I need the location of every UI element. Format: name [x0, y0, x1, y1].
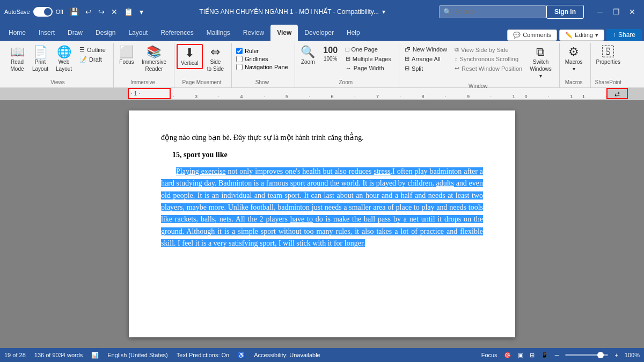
outline-icon: ☰	[79, 46, 85, 53]
autosave-toggle[interactable]	[33, 7, 53, 17]
tab-insert[interactable]: Insert	[32, 25, 61, 41]
navigation-pane-checkbox-label[interactable]: Navigation Pane	[234, 63, 290, 71]
zoom-small-col: □ One Page ⊞ Multiple Pages ↔ Page Width	[342, 44, 394, 72]
side-to-side-icon: ⇔	[210, 46, 220, 58]
zoom-button[interactable]: 🔍 Zoom	[297, 44, 319, 67]
split-button[interactable]: ⊟ Split	[401, 64, 450, 73]
immersive-reader-button[interactable]: 📚 Immersive Reader	[138, 44, 170, 74]
tab-references[interactable]: References	[154, 25, 200, 41]
outline-button[interactable]: ☰ Outline	[76, 45, 109, 54]
zoom-plus-button[interactable]: +	[614, 352, 618, 358]
zoom-percent: 100%	[625, 352, 640, 358]
dropdown-arrow-icon[interactable]: ▾	[382, 8, 385, 16]
reset-window-position-button[interactable]: ↩ Reset Window Position	[451, 64, 525, 73]
zoom-thumb[interactable]	[597, 352, 604, 358]
document-area[interactable]: động nào cùng bạn bè. Đây thực sự là một…	[0, 100, 644, 348]
tab-review[interactable]: Review	[237, 25, 270, 41]
track-changes-icon: 📊	[91, 352, 99, 359]
web-layout-icon: 🌐	[57, 46, 71, 58]
macros-icon: ⚙	[568, 46, 579, 58]
side-to-side-button[interactable]: ⇔ Side to Side	[204, 44, 227, 74]
immersive-group: ⬜ Focus 📚 Immersive Reader Immersive	[114, 43, 174, 87]
tab-draw[interactable]: Draw	[61, 25, 89, 41]
ribbon-tabs: Home Insert Draw Design Layout Reference…	[0, 24, 644, 41]
share-button[interactable]: ↑ Share	[606, 29, 642, 41]
one-page-button[interactable]: □ One Page	[342, 45, 394, 54]
navigation-pane-checkbox[interactable]	[236, 64, 243, 70]
macros-group-label: Macros	[562, 77, 586, 86]
draft-icon: 📝	[79, 56, 87, 63]
focus-status: Focus	[481, 352, 497, 358]
vertical-button[interactable]: ⬇ Vertical	[177, 44, 203, 69]
doc-title: TIẾNG ANH CHUYÊN NGÀNH 1 - MỚI NHẤT - Co…	[199, 8, 379, 16]
views-items: 📖 Read Mode 📄 Print Layout 🌐 Web Layout …	[6, 44, 109, 77]
save-button[interactable]: 💾	[68, 6, 81, 17]
page-width-icon: ↔	[346, 65, 352, 71]
status-right: Focus 🎯 ▣ ⊞ 📱 ─ + 100%	[481, 352, 640, 359]
tab-layout[interactable]: Layout	[122, 25, 154, 41]
zoom-100-icon: 100	[323, 46, 338, 55]
more-qa-button[interactable]: ▾	[137, 6, 145, 17]
print-layout-button[interactable]: 📄 Print Layout	[29, 44, 52, 74]
close-doc-button[interactable]: ✕	[109, 6, 120, 17]
title-actions: Sign in ─ ❐ ✕	[546, 4, 640, 19]
ruler-right-indicator: ⇄	[606, 88, 628, 99]
document-page: động nào cùng bạn bè. Đây thực sự là một…	[129, 110, 515, 337]
undo-button[interactable]: ↩	[83, 6, 94, 17]
ruler-checkbox-label[interactable]: Ruler	[234, 47, 290, 55]
tab-home[interactable]: Home	[2, 25, 32, 41]
synchronous-scrolling-button[interactable]: ↕ Synchronous Scrolling	[451, 55, 525, 63]
signin-button[interactable]: Sign in	[546, 5, 584, 19]
zoom-icon: 🔍	[301, 46, 315, 58]
status-bar: 19 of 28 136 of 9034 words 📊 English (Un…	[0, 348, 644, 362]
redo-button[interactable]: ↪	[96, 6, 107, 17]
draft-button[interactable]: 📝 Draft	[76, 55, 109, 64]
tab-help[interactable]: Help	[340, 25, 367, 41]
page-movement-items: ⬇ Vertical ⇔ Side to Side	[177, 44, 227, 77]
zoom-group: 🔍 Zoom 100 100% □ One Page ⊞ Multiple Pa…	[295, 43, 399, 87]
tab-design[interactable]: Design	[89, 25, 122, 41]
doc-heading: 15, sport you like	[161, 149, 483, 161]
zoom-slider[interactable]	[565, 354, 608, 356]
pencil-icon: ✏️	[565, 32, 573, 39]
tab-developer[interactable]: Developer	[298, 25, 340, 41]
macros-button[interactable]: ⚙ Macros ▾	[562, 44, 586, 74]
arrange-all-button[interactable]: ⊞ Arrange All	[401, 54, 450, 63]
autosave-area: AutoSave Off	[4, 7, 63, 17]
view-side-by-side-button[interactable]: ⧉ View Side by Side	[451, 45, 525, 54]
read-mode-button[interactable]: 📖 Read Mode	[6, 44, 28, 74]
page-width-button[interactable]: ↔ Page Width	[342, 64, 394, 72]
tab-mailings[interactable]: Mailings	[200, 25, 237, 41]
ruler-checkbox[interactable]	[236, 48, 243, 54]
ribbon-content: 📖 Read Mode 📄 Print Layout 🌐 Web Layout …	[0, 41, 644, 88]
new-window-button[interactable]: 🗗 New Window	[401, 45, 450, 54]
window-items: 🗗 New Window ⊞ Arrange All ⊟ Split ⧉ Vie…	[401, 44, 555, 81]
reset-window-icon: ↩	[455, 65, 459, 72]
copy-button[interactable]: 📋	[122, 6, 135, 17]
editing-button[interactable]: ✏️ Editing ▾	[559, 29, 604, 41]
minimize-button[interactable]: ─	[592, 4, 608, 19]
quick-access-toolbar: 💾 ↩ ↪ ✕ 📋 ▾	[68, 6, 145, 17]
properties-button[interactable]: 🇸 Properties	[593, 44, 624, 67]
multiple-pages-button[interactable]: ⊞ Multiple Pages	[342, 54, 394, 63]
web-layout-button[interactable]: 🌐 Web Layout	[53, 44, 75, 74]
zoom-100-button[interactable]: 100 100%	[320, 44, 341, 64]
focus-button[interactable]: ⬜ Focus	[116, 44, 137, 67]
restore-button[interactable]: ❐	[609, 4, 624, 19]
sharepoint-items: 🇸 Properties	[593, 44, 624, 77]
read-mode-icon: 📖	[10, 46, 25, 58]
view-icon-3: 📱	[541, 352, 548, 359]
title-bar: AutoSave Off 💾 ↩ ↪ ✕ 📋 ▾ TIẾNG ANH CHUYÊ…	[0, 0, 644, 24]
switch-windows-dropdown-icon: ▾	[539, 73, 542, 79]
search-wrapper: 🔍	[439, 5, 546, 18]
comments-button[interactable]: 💬 Comments	[507, 29, 557, 41]
views-small-col: ☰ Outline 📝 Draft	[76, 44, 109, 64]
zoom-minus-button[interactable]: ─	[555, 352, 559, 358]
switch-windows-button[interactable]: ⧉ Switch Windows ▾	[526, 44, 555, 81]
tab-view[interactable]: View	[270, 25, 298, 41]
gridlines-checkbox[interactable]	[236, 56, 243, 62]
search-input[interactable]	[439, 5, 546, 18]
gridlines-checkbox-label[interactable]: Gridlines	[234, 55, 290, 63]
chevron-down-icon: ▾	[595, 32, 598, 39]
close-button[interactable]: ✕	[625, 4, 640, 19]
